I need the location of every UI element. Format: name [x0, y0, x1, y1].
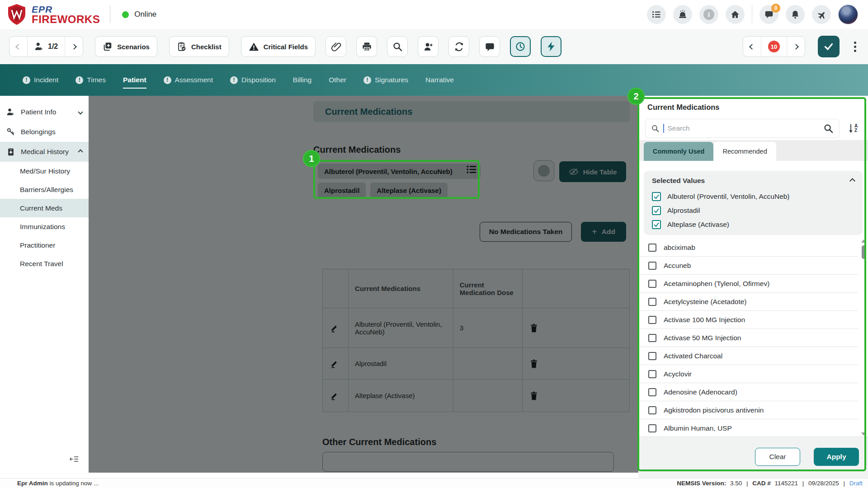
- logo-line1: EPR: [32, 5, 100, 14]
- record-count-badge: 10: [768, 41, 780, 52]
- annotation-box-2: [637, 97, 866, 471]
- collapse-sidebar-icon: [70, 455, 79, 463]
- checklist-button[interactable]: Checklist: [169, 36, 229, 57]
- header-icons-divider: [752, 5, 752, 23]
- patient-info-icon: [6, 108, 15, 117]
- attachments-button[interactable]: [326, 36, 346, 57]
- chevron-down-icon: [78, 109, 83, 114]
- section-nav: !Incident !Times Patient !Assessment !Di…: [0, 64, 868, 96]
- sidebar-item-practitioner[interactable]: Practitioner: [0, 236, 89, 254]
- clock-icon: [515, 41, 526, 52]
- online-status-label: Online: [134, 10, 156, 19]
- scenarios-button[interactable]: Scenarios: [95, 36, 157, 57]
- info-icon: i: [703, 9, 714, 20]
- patient-pager: 1/2: [9, 36, 83, 57]
- list-menu-button[interactable]: [647, 5, 666, 24]
- sidebar-item-belongings[interactable]: Belongings: [0, 122, 89, 142]
- scenarios-icon: [103, 42, 113, 52]
- header-divider: [110, 6, 110, 23]
- home-button[interactable]: [726, 5, 745, 24]
- search-icon: [392, 42, 403, 52]
- add-person-button[interactable]: [418, 36, 439, 57]
- tab-other[interactable]: Other: [329, 73, 346, 87]
- patient-next-button[interactable]: [65, 37, 83, 56]
- patient-icon: [34, 42, 44, 52]
- quick-actions-button[interactable]: [541, 36, 561, 57]
- siren-button[interactable]: [673, 5, 692, 24]
- annotation-marker-1: 1: [303, 150, 320, 167]
- siren-icon: [678, 9, 688, 19]
- chevron-left-icon: [749, 44, 755, 50]
- validate-button[interactable]: [818, 36, 840, 57]
- record-next-button[interactable]: [787, 37, 805, 56]
- notifications-button[interactable]: [786, 5, 805, 24]
- info-button[interactable]: i: [699, 5, 718, 24]
- sidebar-item-current-meds[interactable]: Current Meds: [0, 199, 89, 217]
- user-avatar[interactable]: [838, 5, 858, 24]
- tab-incident[interactable]: !Incident: [23, 73, 58, 87]
- bell-icon: [790, 9, 800, 19]
- record-meta: NEMSIS Version: 3.50 | CAD # 1145221 | 0…: [677, 480, 863, 487]
- chevron-right-icon: [71, 44, 77, 50]
- warning-triangle-icon: [249, 42, 259, 52]
- record-count[interactable]: 10: [761, 37, 787, 56]
- sidebar-item-patient-info[interactable]: Patient Info: [0, 102, 89, 122]
- sidebar-item-med-sur-history[interactable]: Med/Sur History: [0, 162, 89, 180]
- sidebar-collapse-button[interactable]: [70, 455, 79, 463]
- list-icon: [651, 9, 661, 19]
- tab-disposition[interactable]: !Disposition: [230, 73, 276, 87]
- record-pager: 10: [743, 36, 805, 57]
- comments-button[interactable]: [479, 36, 500, 57]
- main-content: Current Medications Current Medications …: [89, 96, 638, 473]
- check-icon: [823, 41, 834, 52]
- patient-pager-value[interactable]: 1/2: [27, 37, 65, 56]
- logo-line2: FIREWORKS: [32, 14, 100, 25]
- toolbar: 1/2 Scenarios Checklist Critical Fields: [0, 29, 868, 64]
- sidebar-item-immunizations[interactable]: Immunizations: [0, 217, 89, 236]
- left-sidebar: Patient Info Belongings Medical History …: [0, 96, 89, 478]
- app-window: EPR FIREWORKS Online i 0: [0, 0, 868, 488]
- messages-button[interactable]: 0: [760, 5, 778, 24]
- app-logo: EPR FIREWORKS: [6, 4, 100, 25]
- chevron-right-icon: [793, 44, 799, 50]
- status-bar: Epr Admin is updating now ... NEMSIS Ver…: [0, 478, 868, 488]
- home-icon: [730, 9, 740, 19]
- chevron-up-icon: [78, 149, 83, 154]
- time-log-button[interactable]: [510, 36, 531, 57]
- sidebar-item-barriers-allergies[interactable]: Barriers/Allergies: [0, 180, 89, 199]
- tab-signatures[interactable]: !Signatures: [363, 73, 408, 87]
- online-status-dot: [122, 11, 129, 18]
- alert-icon: !: [23, 76, 30, 84]
- draft-status[interactable]: Draft: [849, 480, 863, 487]
- tab-narrative[interactable]: Narrative: [425, 73, 454, 87]
- search-button[interactable]: [387, 36, 408, 57]
- more-menu-button[interactable]: [851, 39, 859, 55]
- print-button[interactable]: [356, 36, 377, 57]
- sidebar-item-medical-history[interactable]: Medical History: [0, 142, 89, 162]
- annotation-marker-2: 2: [627, 88, 645, 105]
- sync-button[interactable]: [448, 36, 469, 57]
- sidebar-item-recent-travel[interactable]: Recent Travel: [0, 254, 89, 273]
- record-prev-button[interactable]: [743, 37, 761, 56]
- modal-dim-overlay: [89, 96, 638, 473]
- tab-billing[interactable]: Billing: [293, 73, 311, 87]
- tab-times[interactable]: !Times: [75, 73, 106, 87]
- alert-icon: !: [164, 76, 171, 84]
- tab-assessment[interactable]: !Assessment: [164, 73, 213, 87]
- belongings-icon: [6, 127, 15, 136]
- critical-fields-button[interactable]: Critical Fields: [241, 36, 316, 57]
- person-add-icon: [423, 42, 434, 52]
- alert-icon: !: [363, 76, 371, 84]
- alert-icon: !: [230, 76, 238, 84]
- medical-history-icon: [6, 147, 15, 156]
- flight-mode-button[interactable]: [812, 5, 831, 24]
- lightning-icon: [546, 41, 557, 52]
- patient-prev-button[interactable]: [9, 37, 27, 56]
- tab-patient[interactable]: Patient: [123, 73, 146, 87]
- top-header: EPR FIREWORKS Online i 0: [0, 0, 868, 29]
- active-user: Epr Admin: [17, 480, 48, 487]
- refresh-icon: [454, 42, 464, 52]
- checklist-icon: [177, 42, 187, 52]
- messages-badge: 0: [771, 4, 780, 13]
- comment-icon: [485, 42, 495, 52]
